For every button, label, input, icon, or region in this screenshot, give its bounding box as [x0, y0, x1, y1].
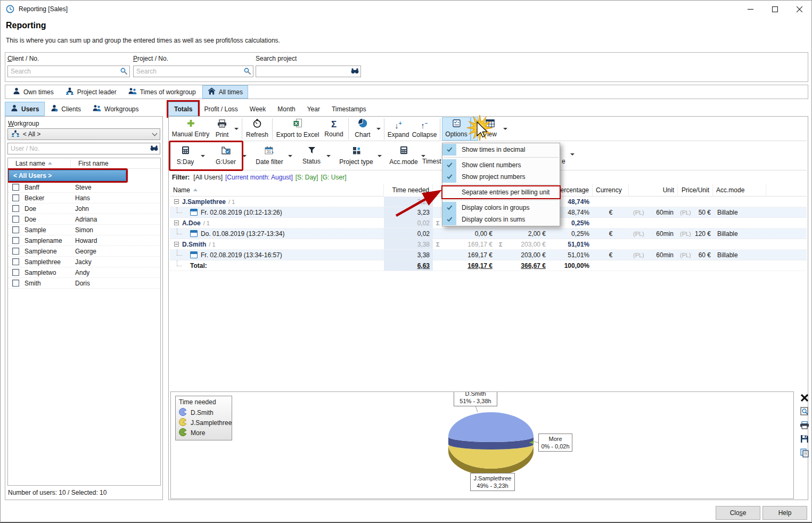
all-users-row[interactable]: < All Users > [9, 170, 126, 181]
user-row[interactable]: DoeAdriana [8, 214, 160, 225]
user-row[interactable]: DoeJohn [8, 203, 160, 214]
status-button[interactable]: Status [298, 143, 325, 169]
user-checkbox[interactable] [12, 205, 19, 212]
user-checkbox[interactable] [12, 194, 19, 201]
chevron-down-icon [152, 131, 158, 136]
sidebar-tab-users[interactable]: Users [5, 102, 45, 116]
client-search-input[interactable] [7, 66, 130, 77]
scope-tab-project-leader[interactable]: Project leader [60, 85, 122, 99]
status-dropdown[interactable] [325, 143, 332, 169]
user-row[interactable]: SampleSimon [8, 225, 160, 235]
menu-item-display-colors-in-groups[interactable]: Display colors in groups [442, 202, 560, 214]
manual-entry-button[interactable]: Manual Entry [170, 117, 211, 141]
last-name-column-header[interactable]: Last name [15, 160, 45, 167]
view-tab-month[interactable]: Month [272, 102, 301, 116]
view-tab-timestamps[interactable]: Timestamps [326, 102, 372, 116]
collapse-button[interactable]: ↑− Collapse [411, 117, 438, 141]
options-dropdown[interactable] [471, 117, 478, 141]
user-filter-input[interactable] [7, 143, 160, 154]
user-row[interactable]: SamplenameHoward [8, 235, 160, 246]
project-search-input[interactable] [133, 66, 253, 77]
close-chart-button[interactable] [801, 394, 808, 402]
checkmark-icon [442, 144, 456, 156]
timestamp-button-partial[interactable]: Timest [422, 158, 441, 165]
scope-tab-all-times[interactable]: All times [202, 85, 248, 99]
user-checkbox[interactable] [12, 184, 19, 191]
chart-dropdown[interactable] [375, 117, 382, 141]
maximize-button[interactable] [762, 1, 787, 18]
sidebar-tab-workgroups[interactable]: Workgroups [87, 102, 144, 116]
first-name-column-header[interactable]: First name [71, 160, 109, 167]
user-row[interactable]: SampleoneGeorge [8, 246, 160, 257]
view-button[interactable]: View [478, 117, 502, 141]
view-dropdown[interactable] [502, 117, 509, 141]
menu-item-show-times-in-decimal[interactable]: Show times in decimal [442, 144, 560, 156]
checkmark-icon [442, 214, 456, 225]
view-tab-totals[interactable]: Totals [168, 102, 198, 116]
menu-item-show-project-numbers[interactable]: Show project numbers [442, 171, 560, 183]
sidebar-tab-clients[interactable]: Clients [45, 102, 87, 116]
table-row-group[interactable]: D.Smith/ 13,38Σ169,17 €Σ203,00 €51,01% [170, 239, 807, 250]
minimize-button[interactable] [738, 1, 762, 18]
user-row[interactable]: SamplethreeJacky [8, 257, 160, 267]
menu-item-show-client-numbers[interactable]: Show client numbers [442, 159, 560, 171]
timestamp-button-partial-end[interactable]: e [562, 158, 565, 165]
print-chart-button[interactable] [800, 421, 809, 429]
user-row[interactable]: SmithDoris [8, 278, 160, 289]
project-type-button[interactable]: Project type [336, 143, 376, 169]
tree-collapse-icon[interactable] [174, 220, 179, 225]
chart-button[interactable]: Chart [350, 117, 375, 141]
user-checkbox[interactable] [12, 216, 19, 223]
table-row-entry[interactable]: Fr. 02.08.2019 (13:34-16:57)3,38169,17 €… [170, 250, 807, 260]
workgroup-select[interactable]: < All > [7, 128, 160, 140]
round-button[interactable]: Σ Round [321, 117, 347, 141]
search-project-input[interactable] [256, 66, 361, 77]
date-filter-button[interactable]: 31 Date filter [252, 143, 287, 169]
menu-item-display-colors-in-sums[interactable]: Display colors in sums [442, 214, 560, 225]
user-row[interactable]: BanffSteve [8, 182, 160, 193]
scope-tab-own-times[interactable]: Own times [7, 85, 59, 99]
user-checkbox[interactable] [12, 280, 19, 287]
acc-mode-dropdown[interactable] [420, 143, 426, 169]
user-checkbox[interactable] [12, 248, 19, 255]
group-icon [128, 87, 137, 96]
expand-button[interactable]: ↓+ Expand [386, 117, 411, 141]
close-button[interactable]: Close [716, 506, 760, 520]
help-button[interactable]: Help [762, 506, 807, 520]
checkmark-icon [442, 159, 456, 171]
table-row-entry[interactable]: Do. 01.08.2019 (13:27-13:34)0,020,00 €2,… [170, 228, 807, 239]
project-type-dropdown[interactable] [376, 143, 383, 169]
refresh-button[interactable]: Refresh [244, 117, 270, 141]
group-user-button[interactable]: G:User [210, 143, 241, 169]
tree-collapse-icon[interactable] [174, 199, 179, 204]
scope-tab-times-of-workgroup[interactable]: Times of workgroup [123, 85, 201, 99]
user-checkbox[interactable] [12, 237, 19, 244]
acc-mode-button[interactable]: Acc.mode [387, 143, 420, 169]
group-user-dropdown[interactable] [241, 143, 248, 169]
chart-legend[interactable]: Time needed D.SmithJ.SamplethreeMore [175, 396, 232, 440]
save-chart-button[interactable] [800, 435, 809, 443]
date-filter-dropdown[interactable] [287, 143, 293, 169]
sort-day-button[interactable]: S:Day [171, 143, 200, 169]
print-button[interactable]: Print [211, 117, 233, 141]
user-row[interactable]: BeckerHans [8, 193, 160, 203]
export-excel-button[interactable]: Export to Excel [274, 117, 321, 141]
user-checkbox[interactable] [12, 269, 19, 276]
view-tab-profit-loss[interactable]: Profit / Loss [198, 102, 243, 116]
table-row-total[interactable]: Total:6,63169,17 €366,67 €100,00% [170, 260, 807, 271]
copy-chart-button[interactable] [800, 448, 809, 457]
sort-day-dropdown[interactable] [200, 143, 206, 169]
user-checkbox[interactable] [12, 226, 19, 233]
print-preview-button[interactable] [800, 407, 809, 416]
user-row[interactable]: SampletwoAndy [8, 267, 160, 278]
timestamp-dropdown[interactable] [570, 156, 575, 163]
options-button[interactable]: Options [442, 117, 471, 141]
print-dropdown[interactable] [233, 117, 240, 141]
user-checkbox[interactable] [12, 258, 19, 265]
menu-item-separate-entries-per-billing-unit[interactable]: Separate entries per billing unit [442, 186, 560, 198]
user-list-header[interactable]: Last name First name [8, 158, 160, 169]
view-tab-year[interactable]: Year [301, 102, 326, 116]
close-window-button[interactable] [787, 1, 811, 18]
tree-collapse-icon[interactable] [174, 242, 179, 247]
view-tab-week[interactable]: Week [244, 102, 272, 116]
